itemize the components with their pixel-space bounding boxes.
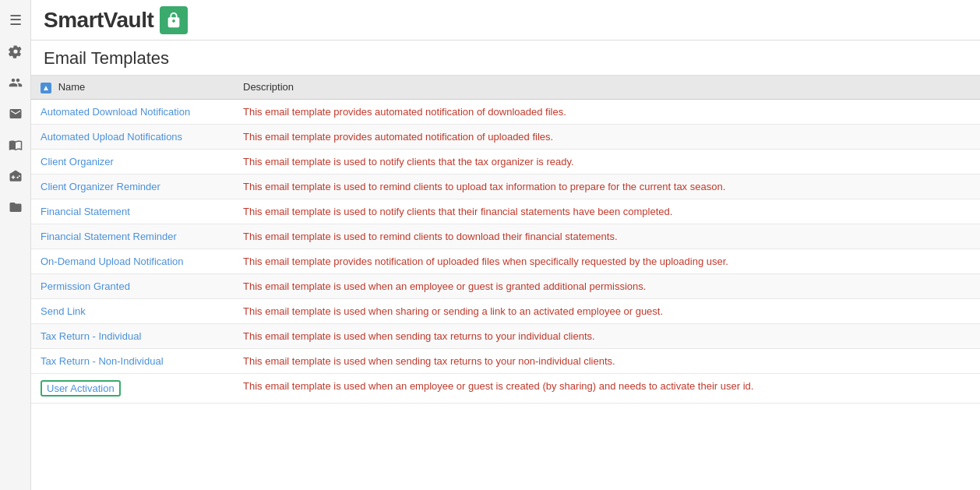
table-row: On-Demand Upload NotificationThis email … [31, 249, 980, 273]
table-cell-description: This email template provides notificatio… [234, 249, 980, 273]
page-title-bar: Email Templates [31, 41, 980, 76]
table-cell-description: This email template is used to remind cl… [234, 174, 980, 199]
email-template-link[interactable]: Client Organizer Reminder [41, 181, 160, 192]
table-cell-description: This email template is used to notify cl… [234, 199, 980, 224]
main-content: SmartVault Email Templates ▲ Name Descri… [31, 0, 980, 490]
description-column-header: Description [234, 76, 980, 99]
table-cell-name: Send Link [31, 298, 234, 323]
description-text: This email template is used when an empl… [243, 380, 753, 392]
table-cell-name: Automated Upload Notifications [31, 124, 234, 149]
table-cell-description: This email template provides automated n… [234, 99, 980, 124]
description-text: This email template is used when sending… [243, 355, 615, 367]
header: SmartVault [31, 0, 980, 41]
email-templates-table-container: ▲ Name Description Automated Download No… [31, 76, 980, 490]
table-header-row: ▲ Name Description [31, 76, 980, 99]
table-cell-name: Client Organizer Reminder [31, 174, 234, 199]
page-title: Email Templates [44, 48, 968, 69]
table-cell-name: Permission Granted [31, 273, 234, 298]
description-text: This email template is used when an empl… [243, 280, 646, 292]
table-row: Send LinkThis email template is used whe… [31, 298, 980, 323]
table-cell-description: This email template is used when sharing… [234, 298, 980, 323]
email-template-link[interactable]: On-Demand Upload Notification [41, 256, 184, 267]
users-button[interactable] [2, 69, 30, 97]
table-row: Tax Return - Non-IndividualThis email te… [31, 348, 980, 373]
table-row: Client OrganizerThis email template is u… [31, 149, 980, 174]
table-cell-description: This email template is used when an empl… [234, 273, 980, 298]
description-text: This email template is used to notify cl… [243, 206, 672, 217]
table-row: Financial StatementThis email template i… [31, 199, 980, 224]
table-cell-description: This email template provides automated n… [234, 124, 980, 149]
description-text: This email template provides automated n… [243, 131, 553, 143]
table-cell-description: This email template is used when sending… [234, 323, 980, 348]
email-template-link[interactable]: Financial Statement Reminder [41, 231, 177, 242]
description-text: This email template provides automated n… [243, 106, 566, 118]
email-template-link[interactable]: Client Organizer [41, 156, 114, 167]
table-cell-description: This email template is used when sending… [234, 348, 980, 373]
table-row: User ActivationThis email template is us… [31, 373, 980, 403]
table-cell-name: Financial Statement [31, 199, 234, 224]
description-text: This email template is used when sharing… [243, 305, 663, 317]
table-cell-description: This email template is used to remind cl… [234, 224, 980, 249]
email-template-link[interactable]: Financial Statement [41, 206, 130, 217]
email-templates-table: ▲ Name Description Automated Download No… [31, 76, 980, 404]
email-template-link[interactable]: Tax Return - Individual [41, 330, 141, 342]
table-row: Client Organizer ReminderThis email temp… [31, 174, 980, 199]
table-cell-name: User Activation [31, 373, 234, 403]
email-button[interactable] [2, 100, 30, 128]
email-template-link[interactable]: Permission Granted [41, 280, 130, 292]
description-text: This email template is used when sending… [243, 330, 595, 342]
table-row: Financial Statement ReminderThis email t… [31, 224, 980, 249]
table-cell-name: Automated Download Notification [31, 99, 234, 124]
email-template-link[interactable]: Automated Upload Notifications [41, 131, 182, 143]
logo-text: SmartVault [44, 8, 153, 33]
folder-button[interactable] [2, 193, 30, 221]
name-column-header[interactable]: ▲ Name [31, 76, 234, 99]
table-row: Permission GrantedThis email template is… [31, 273, 980, 298]
table-cell-name: Financial Statement Reminder [31, 224, 234, 249]
email-template-link[interactable]: Tax Return - Non-Individual [41, 355, 164, 367]
settings-button[interactable] [2, 37, 30, 65]
description-text: This email template is used to remind cl… [243, 181, 725, 192]
table-row: Automated Download NotificationThis emai… [31, 99, 980, 124]
table-row: Tax Return - IndividualThis email templa… [31, 323, 980, 348]
profile-button[interactable] [2, 162, 30, 190]
email-template-link[interactable]: Automated Download Notification [41, 106, 190, 118]
email-template-link[interactable]: User Activation [41, 380, 121, 397]
book-button[interactable] [2, 131, 30, 159]
sidebar: ☰ [0, 0, 31, 490]
table-cell-description: This email template is used when an empl… [234, 373, 980, 403]
table-row: Automated Upload NotificationsThis email… [31, 124, 980, 149]
table-cell-name: Client Organizer [31, 149, 234, 174]
table-cell-name: Tax Return - Non-Individual [31, 348, 234, 373]
description-text: This email template is used to notify cl… [243, 156, 574, 167]
description-text: This email template is used to remind cl… [243, 231, 618, 242]
table-cell-name: Tax Return - Individual [31, 323, 234, 348]
table-cell-description: This email template is used to notify cl… [234, 149, 980, 174]
menu-button[interactable]: ☰ [2, 6, 30, 34]
logo-icon [160, 6, 188, 34]
table-cell-name: On-Demand Upload Notification [31, 249, 234, 273]
email-template-link[interactable]: Send Link [41, 305, 86, 317]
description-text: This email template provides notificatio… [243, 256, 728, 267]
sort-indicator: ▲ [41, 83, 51, 93]
